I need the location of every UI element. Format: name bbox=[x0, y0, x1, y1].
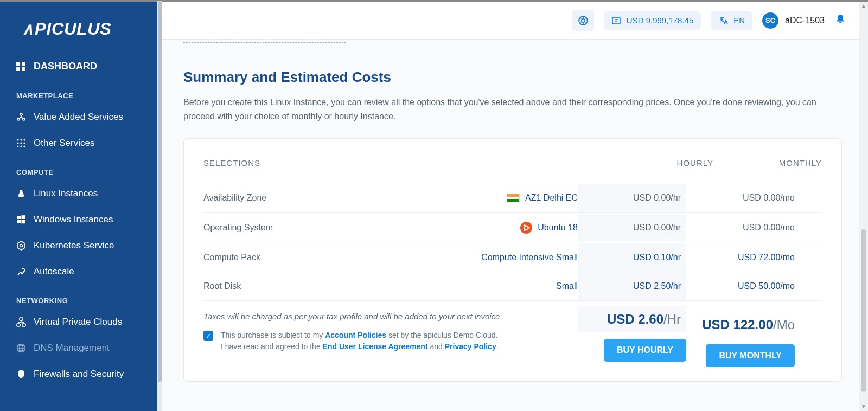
page-description: Before you create this Linux Instance, y… bbox=[183, 95, 842, 123]
scroll-up-icon[interactable]: ▲ bbox=[861, 3, 866, 9]
eula-link[interactable]: End User License Agreement bbox=[323, 342, 428, 351]
nav-vas[interactable]: Value Added Services bbox=[0, 104, 157, 130]
vas-icon bbox=[16, 112, 26, 122]
svg-point-32 bbox=[528, 227, 530, 229]
help-icon[interactable] bbox=[572, 10, 594, 31]
wallet-icon bbox=[611, 16, 621, 25]
scroll-down-icon[interactable]: ▼ bbox=[861, 403, 866, 410]
section-marketplace: MARKETPLACE bbox=[0, 80, 157, 104]
row-value: Small bbox=[556, 281, 578, 291]
brand-logo[interactable]: ∧PICULUS bbox=[0, 18, 157, 53]
notifications-icon[interactable] bbox=[834, 14, 846, 28]
table-row: Operating System Ubuntu 18 USD 0.00/hr U… bbox=[203, 213, 822, 243]
row-hourly: USD 0.00/hr bbox=[578, 184, 686, 212]
translate-icon bbox=[718, 16, 728, 25]
nav-windows[interactable]: Windows Instances bbox=[0, 207, 157, 233]
tax-note: Taxes will be charged as per your tax pr… bbox=[203, 312, 578, 321]
table-header: SELECTIONS HOURLY MONTHLY bbox=[203, 158, 822, 184]
summary-card: SELECTIONS HOURLY MONTHLY Availability Z… bbox=[183, 138, 842, 382]
total-monthly: USD 122.00/Mo bbox=[686, 317, 795, 332]
account-label: aDC-1503 bbox=[785, 16, 825, 25]
svg-rect-23 bbox=[20, 318, 23, 320]
row-monthly: USD 0.00/mo bbox=[686, 193, 795, 203]
row-value: Compute Intensive Small bbox=[481, 253, 578, 262]
svg-point-9 bbox=[20, 139, 22, 140]
row-label: Operating System bbox=[203, 223, 273, 233]
buy-monthly-button[interactable]: BUY MONTHLY bbox=[706, 344, 795, 367]
grid-icon bbox=[16, 138, 26, 148]
nav-autoscale-label: Autoscale bbox=[34, 266, 74, 277]
row-label: Compute Pack bbox=[203, 253, 260, 262]
nav-dashboard[interactable]: DASHBOARD bbox=[0, 53, 157, 80]
language-pill[interactable]: EN bbox=[711, 11, 752, 30]
nav-vpc-label: Virtual Private Clouds bbox=[34, 317, 122, 327]
vpc-icon bbox=[16, 317, 26, 327]
svg-point-31 bbox=[525, 226, 528, 230]
nav-vas-label: Value Added Services bbox=[34, 112, 123, 123]
svg-rect-3 bbox=[16, 67, 20, 71]
svg-rect-18 bbox=[22, 215, 26, 219]
svg-point-14 bbox=[17, 145, 18, 147]
windows-icon bbox=[16, 215, 26, 224]
scroll-thumb[interactable] bbox=[861, 229, 866, 392]
svg-point-22 bbox=[20, 245, 23, 247]
table-row: Root Disk Small USD 2.50/hr USD 50.00/mo bbox=[203, 272, 822, 301]
sidebar-scrollbar[interactable] bbox=[157, 1, 162, 411]
agreement-row: ✓ This purchase is subject to my Account… bbox=[203, 330, 578, 352]
row-hourly: USD 0.00/hr bbox=[578, 214, 686, 242]
main-scrollbar[interactable]: ▲ ▼ bbox=[859, 2, 868, 411]
svg-rect-20 bbox=[22, 220, 26, 224]
nav-firewalls-label: Firewalls and Security bbox=[34, 369, 124, 380]
globe-icon bbox=[16, 343, 26, 353]
nav-kubernetes[interactable]: Kubernetes Service bbox=[0, 233, 157, 259]
balance-text: USD 9,999,178.45 bbox=[627, 16, 693, 25]
svg-point-8 bbox=[17, 139, 18, 140]
svg-point-34 bbox=[524, 229, 526, 231]
nav-firewalls[interactable]: Firewalls and Security bbox=[0, 361, 157, 387]
svg-rect-25 bbox=[22, 324, 25, 326]
row-monthly: USD 72.00/mo bbox=[686, 253, 795, 262]
section-compute: COMPUTE bbox=[0, 156, 157, 181]
nav-other-label: Other Services bbox=[34, 138, 94, 149]
kubernetes-icon bbox=[16, 241, 26, 251]
svg-rect-24 bbox=[17, 324, 20, 326]
main: USD 9,999,178.45 EN SC aDC-1503 Summary … bbox=[157, 0, 868, 411]
nav-dns: DNS Management bbox=[0, 335, 157, 361]
account-policies-link[interactable]: Account Policies bbox=[325, 331, 386, 339]
autoscale-icon bbox=[16, 267, 26, 277]
nav-kubernetes-label: Kubernetes Service bbox=[34, 240, 114, 251]
nav-other[interactable]: Other Services bbox=[0, 130, 157, 156]
page-title: Summary and Estimated Costs bbox=[183, 69, 842, 86]
row-label: Root Disk bbox=[203, 281, 241, 291]
breadcrumb[interactable] bbox=[183, 40, 346, 43]
header-hourly: HOURLY bbox=[605, 158, 713, 168]
user-menu[interactable]: SC aDC-1503 bbox=[762, 12, 825, 29]
row-label: Availability Zone bbox=[203, 193, 266, 203]
svg-point-33 bbox=[524, 224, 526, 226]
svg-rect-2 bbox=[22, 62, 25, 66]
content: Summary and Estimated Costs Before you c… bbox=[157, 43, 868, 411]
balance-pill[interactable]: USD 9,999,178.45 bbox=[604, 11, 701, 30]
row-hourly: USD 2.50/hr bbox=[578, 272, 686, 300]
language-text: EN bbox=[733, 16, 745, 25]
nav-linux[interactable]: Linux Instances bbox=[0, 181, 157, 207]
agreement-text: This purchase is subject to my Account P… bbox=[221, 330, 499, 352]
total-hourly: USD 2.60/Hr bbox=[583, 312, 681, 327]
agreement-checkbox[interactable]: ✓ bbox=[203, 331, 213, 341]
buy-hourly-button[interactable]: BUY HOURLY bbox=[604, 339, 686, 362]
privacy-link[interactable]: Privacy Policy bbox=[445, 342, 496, 351]
row-monthly: USD 50.00/mo bbox=[686, 281, 795, 291]
avatar: SC bbox=[762, 12, 778, 29]
header-selections: SELECTIONS bbox=[203, 158, 605, 168]
dashboard-icon bbox=[16, 62, 26, 72]
summary-footer: Taxes will be charged as per your tax pr… bbox=[203, 301, 822, 367]
svg-point-5 bbox=[20, 113, 22, 115]
section-networking: NETWORKING bbox=[0, 285, 157, 309]
nav-windows-label: Windows Instances bbox=[34, 214, 113, 225]
nav-vpc[interactable]: Virtual Private Clouds bbox=[0, 309, 157, 335]
row-value: Ubuntu 18 bbox=[538, 223, 578, 233]
nav-autoscale[interactable]: Autoscale bbox=[0, 259, 157, 285]
topbar: USD 9,999,178.45 EN SC aDC-1503 bbox=[157, 2, 868, 40]
svg-point-12 bbox=[20, 142, 22, 144]
flag-india-icon bbox=[507, 194, 520, 202]
